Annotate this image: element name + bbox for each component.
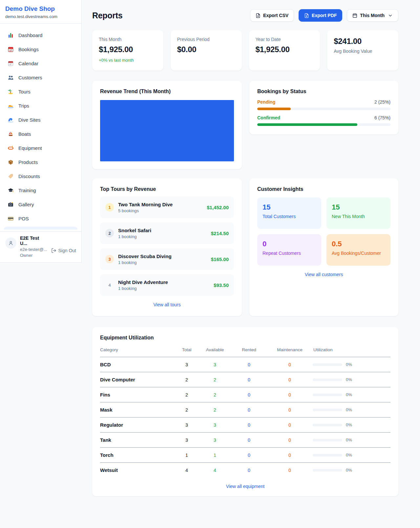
table-row: Mask22000% <box>100 402 390 417</box>
calendar-date-icon: 17 <box>7 46 14 53</box>
user-name: E2E Test U... <box>20 235 48 246</box>
rank-badge: 3 <box>105 255 114 263</box>
sidebar-item-label: Tours <box>18 89 31 94</box>
sidebar-item-discounts[interactable]: Discounts <box>4 169 77 183</box>
sidebar-item-trips[interactable]: Trips <box>4 99 77 113</box>
package-icon <box>7 159 14 166</box>
stat-label: This Month <box>99 37 157 42</box>
stat-label: Avg Booking Value <box>334 49 392 54</box>
user-role: Owner <box>20 253 48 258</box>
status-bar-track <box>257 108 390 110</box>
utilization-cell: 0% <box>313 407 390 412</box>
utilization-bar-track <box>313 409 342 411</box>
tour-amount: $1,452.00 <box>207 205 229 210</box>
stat-card-avg-booking-value: $241.00 Avg Booking Value <box>327 30 398 71</box>
sidebar-item-products[interactable]: Products <box>4 155 77 169</box>
sidebar-item-dive-sites[interactable]: Dive Sites <box>4 113 77 127</box>
status-row: Pending 2 (25%) <box>257 99 390 105</box>
equipment-available: 3 <box>199 417 231 433</box>
sidebar-header: Demo Dive Shop demo.test.divestreams.com <box>0 0 81 24</box>
equipment-rented: 0 <box>231 417 267 433</box>
sidebar-item-gallery[interactable]: Gallery <box>4 197 77 212</box>
tour-bookings: 5 bookings <box>118 208 207 213</box>
sidebar-item-tours[interactable]: Tours <box>4 85 77 99</box>
sidebar-item-label: Dive Sites <box>18 117 41 123</box>
insight-tiles: 15 Total Customers 15 New This Month 0 R… <box>257 197 390 266</box>
customer-insights-card: Customer Insights 15 Total Customers 15 … <box>249 178 398 316</box>
top-tours-title: Top Tours by Revenue <box>100 186 234 192</box>
table-row: Torch11000% <box>100 448 390 463</box>
period-dropdown[interactable]: This Month <box>347 9 398 22</box>
wave-icon <box>7 117 14 123</box>
user-email: e2e-tester@... <box>20 247 48 253</box>
table-row: BCD33000% <box>100 357 390 372</box>
equipment-rented: 0 <box>231 448 267 463</box>
sidebar-item-label: Discounts <box>18 173 40 179</box>
sidebar-item-dashboard[interactable]: Dashboard <box>4 28 77 42</box>
tour-row: 2 Snorkel Safari 1 booking $214.50 <box>100 222 234 244</box>
customer-insights-title: Customer Insights <box>257 186 390 192</box>
file-download-icon <box>304 13 309 18</box>
page-title: Reports <box>92 11 122 20</box>
utilization-bar-track <box>313 469 342 472</box>
tear-calendar-icon <box>7 60 14 67</box>
utilization-percent: 0% <box>346 362 352 367</box>
stat-value: $241.00 <box>334 37 392 46</box>
export-csv-button[interactable]: Export CSV <box>250 9 294 22</box>
active-nav-item-partial[interactable] <box>4 227 77 230</box>
tile-label: New This Month <box>332 214 385 219</box>
stat-label: Year to Date <box>256 37 314 42</box>
sidebar-item-training[interactable]: Training <box>4 183 77 197</box>
svg-text:17: 17 <box>9 49 12 52</box>
table-header-row: Category Total Available Rented Maintena… <box>100 345 390 357</box>
view-all-customers-link[interactable]: View all customers <box>257 272 390 277</box>
user-info: E2E Test U... e2e-tester@... Owner <box>20 235 48 258</box>
stats-row: This Month $1,925.00 +0% vs last month P… <box>92 30 398 71</box>
view-all-equipment-link[interactable]: View all equipment <box>100 484 390 489</box>
utilization-percent: 0% <box>346 422 352 427</box>
tile-value: 0 <box>262 240 316 248</box>
table-row: Wetsuit44000% <box>100 463 390 478</box>
equipment-available: 3 <box>199 357 231 372</box>
utilization-cell: 0% <box>313 422 390 427</box>
tour-info: Night Dive Adventure 1 booking <box>118 279 214 291</box>
graduation-cap-icon <box>7 187 14 194</box>
sidebar-item-label: Equipment <box>18 145 42 151</box>
stat-value: $1,925.00 <box>99 45 157 54</box>
calendar-icon <box>352 13 357 18</box>
sidebar-item-pos[interactable]: POS <box>4 212 77 226</box>
main-content: Reports Export CSV Export PDF This Month… <box>92 0 398 514</box>
sidebar-item-calendar[interactable]: Calendar <box>4 56 77 71</box>
stat-value: $1,925.00 <box>256 45 314 54</box>
tour-name: Two Tank Morning Dive <box>118 202 207 207</box>
sidebar-item-label: Products <box>18 159 38 165</box>
sign-out-button[interactable]: Sign Out <box>51 243 76 258</box>
status-label-pending: Pending <box>257 99 275 105</box>
stat-card-previous-period: Previous Period $0.00 <box>171 30 242 71</box>
insights-row: Top Tours by Revenue 1 Two Tank Morning … <box>92 178 398 316</box>
equipment-table: Category Total Available Rented Maintena… <box>100 345 390 477</box>
sidebar-item-customers[interactable]: Customers <box>4 71 77 85</box>
top-tours-card: Top Tours by Revenue 1 Two Tank Morning … <box>92 178 242 316</box>
stat-label: Previous Period <box>177 37 235 42</box>
tour-row: 1 Two Tank Morning Dive 5 bookings $1,45… <box>100 196 234 218</box>
status-bar-fill-confirmed <box>257 123 357 126</box>
equipment-rented: 0 <box>231 372 267 387</box>
period-label: This Month <box>360 13 385 18</box>
export-pdf-label: Export PDF <box>312 13 337 18</box>
equipment-rented: 0 <box>231 402 267 417</box>
island-icon <box>7 89 14 95</box>
view-all-tours-link[interactable]: View all tours <box>100 302 234 307</box>
insight-tile-avg-bookings: 0.5 Avg Bookings/Customer <box>326 234 390 266</box>
table-row: Tank33000% <box>100 433 390 448</box>
utilization-bar-track <box>313 424 342 426</box>
chevron-down-icon <box>388 13 393 18</box>
sidebar: Demo Dive Shop demo.test.divestreams.com… <box>0 0 82 263</box>
equipment-available: 1 <box>199 448 231 463</box>
utilization-bar-track <box>313 439 342 441</box>
export-pdf-button[interactable]: Export PDF <box>299 9 342 22</box>
sidebar-item-boats[interactable]: Boats <box>4 127 77 141</box>
sidebar-item-bookings[interactable]: 17 Bookings <box>4 42 77 56</box>
tour-info: Snorkel Safari 1 booking <box>118 228 211 239</box>
sidebar-item-equipment[interactable]: Equipment <box>4 141 77 155</box>
